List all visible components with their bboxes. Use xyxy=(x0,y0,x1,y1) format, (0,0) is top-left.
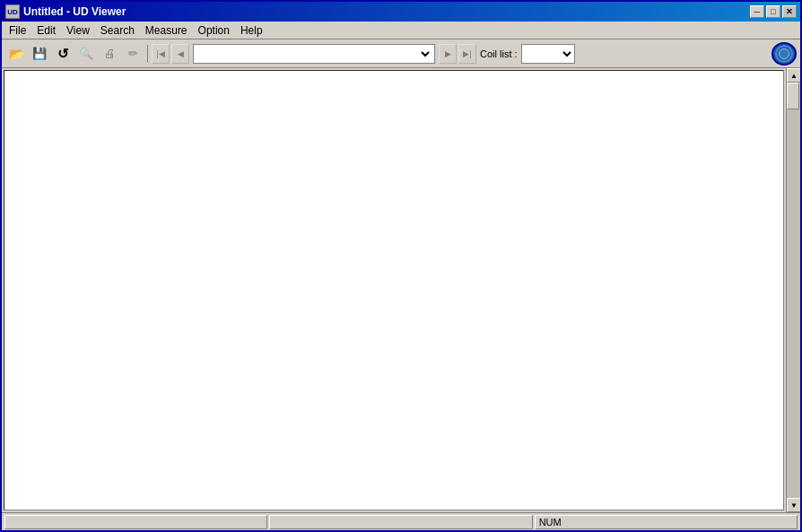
nav-last-button[interactable]: ▶| xyxy=(458,44,476,64)
toolbar: 📂 💾 ↺ 🔍 🖨 ✏ |◀ ◀ ▶ xyxy=(2,39,800,68)
menu-edit[interactable]: Edit xyxy=(31,22,61,39)
main-select[interactable] xyxy=(196,48,432,60)
toolbar-separator-1 xyxy=(147,45,148,63)
preview-icon: 🔍 xyxy=(79,47,93,60)
coil-list-label: Coil list : xyxy=(480,48,518,59)
nav-next-icon: ▶ xyxy=(445,49,451,58)
ud-logo-button[interactable] xyxy=(771,42,797,65)
folder-open-icon: 📂 xyxy=(9,47,24,61)
scroll-down-button[interactable]: ▼ xyxy=(787,498,800,512)
nav-first-icon: |◀ xyxy=(156,49,164,58)
menu-bar: File Edit View Search Measure Option Hel… xyxy=(2,22,800,39)
nav-prev-button[interactable]: ◀ xyxy=(171,44,189,64)
status-left xyxy=(4,515,267,529)
preview-button[interactable]: 🔍 xyxy=(75,43,97,65)
coil-select[interactable] xyxy=(522,48,574,60)
scroll-thumb[interactable] xyxy=(787,83,799,109)
nav-first-button[interactable]: |◀ xyxy=(152,44,170,64)
status-num: NUM xyxy=(535,515,798,529)
edit-button[interactable]: ✏ xyxy=(122,43,144,65)
edit-icon: ✏ xyxy=(128,47,138,60)
title-bar-buttons: ─ □ ✕ xyxy=(750,5,797,18)
refresh-icon: ↺ xyxy=(57,46,69,62)
open-button[interactable]: 📂 xyxy=(5,43,27,65)
print-button[interactable]: 🖨 xyxy=(99,43,120,65)
content-area: ▲ ▼ xyxy=(2,68,800,512)
status-middle xyxy=(269,515,532,529)
ud-logo-circle xyxy=(779,48,789,59)
nav-next-button[interactable]: ▶ xyxy=(439,44,457,64)
app-icon: UD xyxy=(5,4,20,19)
minimize-button[interactable]: ─ xyxy=(750,5,764,18)
refresh-button[interactable]: ↺ xyxy=(52,43,74,65)
ud-logo-inner xyxy=(775,45,793,63)
save-icon: 💾 xyxy=(32,47,47,60)
menu-help[interactable]: Help xyxy=(235,22,268,39)
scroll-down-icon: ▼ xyxy=(790,501,798,510)
main-window: UD Untitled - UD Viewer ─ □ ✕ File Edit … xyxy=(0,0,802,532)
window-title: Untitled - UD Viewer xyxy=(23,5,126,18)
scroll-up-button[interactable]: ▲ xyxy=(787,68,800,83)
main-dropdown[interactable] xyxy=(193,44,435,64)
save-button[interactable]: 💾 xyxy=(29,43,50,65)
menu-file[interactable]: File xyxy=(4,22,31,39)
nav-prev-icon: ◀ xyxy=(178,49,184,58)
nav-last-icon: ▶| xyxy=(463,49,471,58)
coil-dropdown[interactable] xyxy=(521,44,575,64)
print-icon: 🖨 xyxy=(104,47,116,60)
menu-option[interactable]: Option xyxy=(193,22,235,39)
scroll-track[interactable] xyxy=(787,83,800,498)
menu-view[interactable]: View xyxy=(61,22,95,39)
main-canvas xyxy=(4,70,784,510)
title-bar-left: UD Untitled - UD Viewer xyxy=(5,4,126,19)
vertical-scrollbar: ▲ ▼ xyxy=(786,68,800,512)
status-bar: NUM xyxy=(2,512,800,530)
maximize-button[interactable]: □ xyxy=(766,5,780,18)
scroll-up-icon: ▲ xyxy=(790,72,798,80)
menu-search[interactable]: Search xyxy=(95,22,140,39)
menu-measure[interactable]: Measure xyxy=(140,22,193,39)
close-button[interactable]: ✕ xyxy=(782,5,797,18)
title-bar: UD Untitled - UD Viewer ─ □ ✕ xyxy=(2,2,800,22)
